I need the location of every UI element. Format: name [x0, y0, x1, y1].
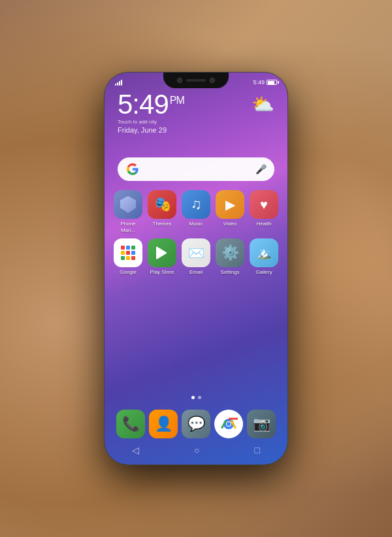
clock-area: 5:49PM Touch to add city Friday, June 29 [118, 91, 184, 134]
weather-widget: ⛅ [252, 93, 274, 115]
video-icon: ▶ [216, 190, 244, 219]
chrome-icon [214, 410, 243, 438]
camera-icon: 📷 [247, 410, 276, 438]
email-label: Email [189, 269, 203, 276]
app-play-store[interactable]: Play Store [147, 238, 177, 276]
app-row-2: Google Play Store ✉️ [111, 238, 281, 276]
phone-manager-label: Phone Man... [113, 221, 143, 233]
phone-manager-icon [114, 190, 142, 219]
app-google[interactable]: Google [113, 238, 143, 276]
clock-touch-text: Touch to add city [118, 119, 184, 125]
back-button[interactable]: ◁ [132, 445, 139, 455]
signal-icon [115, 80, 122, 86]
app-grid: Phone Man... 🎭 Themes ♫ Mus [105, 190, 287, 281]
nav-bar: ◁ ○ □ [105, 441, 287, 459]
dock: 📞 👤 💬 [105, 410, 287, 438]
app-video[interactable]: ▶ Video [215, 190, 245, 233]
sensor [210, 78, 215, 83]
clock-date: Friday, June 29 [118, 126, 184, 134]
app-settings[interactable]: ⚙️ Settings [215, 238, 245, 276]
settings-label: Settings [221, 269, 240, 276]
phone-wrapper: 5:49 5:49PM Touch to add city Friday, Ju… [105, 73, 287, 464]
play-store-label: Play Store [150, 269, 174, 276]
messages-icon: 💬 [182, 410, 210, 438]
email-icon: ✉️ [182, 238, 210, 267]
screen: 5:49 5:49PM Touch to add city Friday, Ju… [105, 73, 287, 464]
gallery-label: Gallery [255, 269, 272, 276]
themes-icon: 🎭 [148, 190, 176, 219]
clock-period: PM [170, 95, 184, 106]
page-dot-1 [191, 396, 195, 399]
status-left [115, 80, 122, 86]
dock-phone[interactable]: 📞 [116, 410, 145, 438]
page-indicator [105, 396, 287, 399]
health-icon: ♥ [250, 190, 278, 219]
notch [163, 73, 229, 88]
themes-label: Themes [153, 221, 172, 227]
front-camera [177, 78, 182, 83]
app-row-1: Phone Man... 🎭 Themes ♫ Mus [111, 190, 281, 233]
weather-icon: ⛅ [252, 93, 274, 115]
search-mic-icon[interactable]: 🎤 [255, 164, 267, 174]
earpiece [186, 79, 206, 82]
app-themes[interactable]: 🎭 Themes [147, 190, 177, 233]
google-label: Google [120, 269, 137, 276]
music-icon: ♫ [182, 190, 210, 219]
health-label: Health [256, 221, 271, 227]
status-time: 5:49 [253, 79, 265, 86]
status-right: 5:49 [253, 79, 277, 86]
contacts-icon: 👤 [149, 410, 178, 438]
phone-icon: 📞 [116, 410, 145, 438]
play-store-icon [148, 238, 176, 267]
battery-icon [267, 80, 277, 85]
google-icon [114, 238, 142, 267]
svg-point-3 [227, 422, 231, 426]
app-health[interactable]: ♥ Health [249, 190, 279, 233]
dock-camera[interactable]: 📷 [247, 410, 276, 438]
music-label: Music [189, 221, 203, 227]
settings-icon: ⚙️ [216, 238, 244, 267]
app-email[interactable]: ✉️ Email [181, 238, 211, 276]
google-logo [125, 162, 140, 176]
page-dot-2 [198, 396, 201, 399]
app-phone-manager[interactable]: Phone Man... [113, 190, 143, 233]
home-button[interactable]: ○ [194, 445, 199, 455]
app-music[interactable]: ♫ Music [181, 190, 211, 233]
battery-fill [268, 81, 274, 84]
gallery-icon: 🏔️ [250, 238, 278, 267]
search-bar[interactable]: 🎤 [118, 157, 274, 181]
dock-contacts[interactable]: 👤 [149, 410, 178, 438]
dock-messages[interactable]: 💬 [182, 410, 210, 438]
clock-time: 5:49 [118, 89, 169, 120]
clock-display: 5:49PM [118, 91, 184, 118]
phone-body: 5:49 5:49PM Touch to add city Friday, Ju… [105, 73, 287, 464]
dock-chrome[interactable] [214, 410, 243, 438]
app-gallery[interactable]: 🏔️ Gallery [249, 238, 279, 276]
recent-button[interactable]: □ [255, 445, 260, 455]
video-label: Video [223, 221, 237, 227]
